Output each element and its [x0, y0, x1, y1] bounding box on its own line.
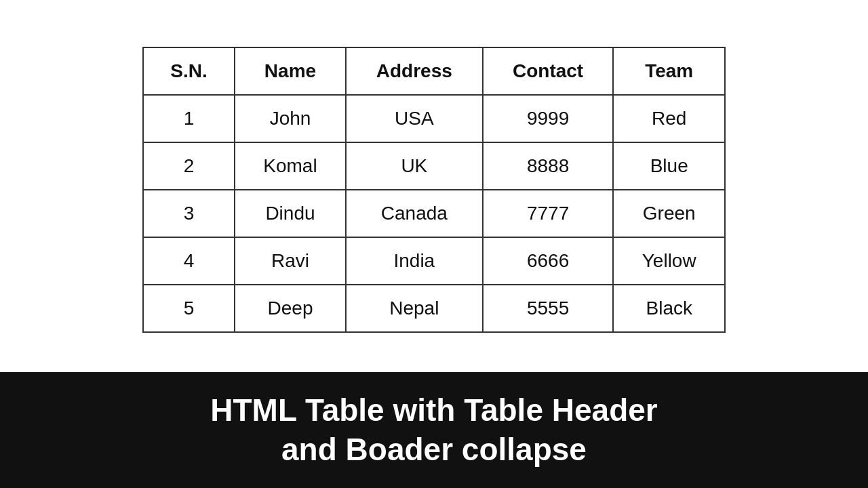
cell-contact-3: 7777 [483, 190, 614, 237]
cell-name-3: Dindu [235, 190, 346, 237]
table-row: 1JohnUSA9999Red [143, 95, 725, 142]
cell-address-2: UK [346, 142, 483, 190]
cell-contact-5: 5555 [483, 285, 614, 332]
cell-address-3: Canada [346, 190, 483, 237]
cell-name-2: Komal [235, 142, 346, 190]
cell-name-4: Ravi [235, 237, 346, 285]
cell-address-4: India [346, 237, 483, 285]
cell-sn-5: 5 [143, 285, 235, 332]
cell-contact-4: 6666 [483, 237, 614, 285]
col-header-name: Name [235, 47, 346, 95]
data-table: S.N. Name Address Contact Team 1JohnUSA9… [142, 47, 726, 333]
col-header-contact: Contact [483, 47, 614, 95]
table-row: 5DeepNepal5555Black [143, 285, 725, 332]
cell-sn-3: 3 [143, 190, 235, 237]
banner-line2: and Boader collapse [14, 430, 854, 470]
cell-name-5: Deep [235, 285, 346, 332]
cell-team-5: Black [613, 285, 725, 332]
col-header-team: Team [613, 47, 725, 95]
col-header-address: Address [346, 47, 483, 95]
cell-contact-1: 9999 [483, 95, 614, 142]
cell-address-1: USA [346, 95, 483, 142]
cell-team-3: Green [613, 190, 725, 237]
table-container: S.N. Name Address Contact Team 1JohnUSA9… [142, 47, 726, 333]
top-area: S.N. Name Address Contact Team 1JohnUSA9… [0, 0, 868, 372]
cell-team-4: Yellow [613, 237, 725, 285]
cell-sn-4: 4 [143, 237, 235, 285]
col-header-sn: S.N. [143, 47, 235, 95]
cell-team-1: Red [613, 95, 725, 142]
cell-sn-1: 1 [143, 95, 235, 142]
banner-line1: HTML Table with Table Header [14, 391, 854, 430]
cell-sn-2: 2 [143, 142, 235, 190]
table-row: 4RaviIndia6666Yellow [143, 237, 725, 285]
cell-contact-2: 8888 [483, 142, 614, 190]
table-row: 2KomalUK8888Blue [143, 142, 725, 190]
cell-team-2: Blue [613, 142, 725, 190]
header-row: S.N. Name Address Contact Team [143, 47, 725, 95]
cell-address-5: Nepal [346, 285, 483, 332]
bottom-banner: HTML Table with Table Header and Boader … [0, 372, 868, 488]
cell-name-1: John [235, 95, 346, 142]
table-row: 3DinduCanada7777Green [143, 190, 725, 237]
